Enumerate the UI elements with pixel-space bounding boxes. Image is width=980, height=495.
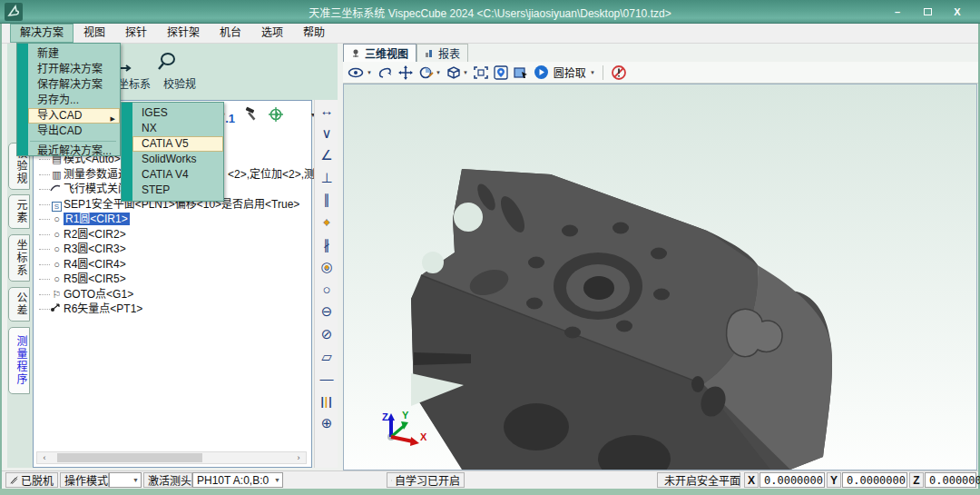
runout-icon[interactable]: ⊘ — [315, 323, 338, 346]
status-bar: 已脱机 操作模式 ▼ 激活测头 PH10T A:0,B:0▼ 自学习已开启 未开… — [2, 470, 978, 489]
true-position-icon[interactable]: ⊕ — [315, 412, 338, 435]
menuitem-recent-solutions[interactable]: 最近解决方案... — [28, 144, 120, 159]
submenuitem-catia-v5[interactable]: CATIA V5 — [132, 136, 223, 152]
circle-pick-dropdown[interactable]: 圆拾取▼ — [554, 64, 595, 80]
alignment-target-icon[interactable] — [267, 105, 289, 125]
hammer-icon[interactable] — [242, 105, 264, 125]
view-eye-icon[interactable]: ▼ — [348, 64, 372, 82]
window-border-bottom — [0, 489, 980, 495]
menuitem-save-solution[interactable]: 保存解决方案 — [28, 77, 120, 93]
tree-row-circle-r5[interactable]: ○R5圆<CIR5> — [35, 272, 309, 287]
fit-view-icon[interactable] — [473, 64, 489, 82]
viewport-3d[interactable]: Z Y X — [343, 84, 977, 470]
angle-icon[interactable]: ∠ — [315, 144, 338, 167]
scroll-right-arrow[interactable]: › — [291, 452, 306, 463]
menu-solution[interactable]: 解决方案 — [10, 24, 74, 43]
circle-icon: ○ — [50, 242, 64, 256]
tree-row-circle-r2[interactable]: ○R2圆<CIR2> — [35, 227, 309, 243]
cube-view-icon[interactable]: ▼ — [446, 64, 468, 82]
collision-off-icon[interactable] — [611, 64, 627, 82]
params-icon: ▥ — [50, 167, 64, 182]
menu-view[interactable]: 视图 — [74, 24, 115, 43]
pattern-bars-icon[interactable]: ||| — [315, 391, 338, 413]
angle-between-icon[interactable]: ∨ — [315, 123, 338, 145]
tree-row-circle-r3[interactable]: ○R3圆<CIR3> — [35, 242, 309, 257]
tab-3d-view[interactable]: 三维视图 — [343, 44, 416, 62]
close-button[interactable]: X — [945, 4, 970, 20]
tree-horizontal-scrollbar[interactable]: ‹ › — [36, 451, 307, 464]
goto-flag-icon: ⚐ — [50, 287, 64, 302]
application-window: { "window": { "title": "天准三坐标系统 VispecCu… — [0, 0, 980, 495]
view-tabs: 三维视图 报表 — [343, 44, 468, 62]
toolbar-gauge-check-button[interactable]: 校验规 — [154, 50, 205, 91]
symmetry-icon[interactable]: ⊖ — [315, 301, 338, 323]
inclination-icon[interactable]: ∦ — [315, 234, 338, 257]
offline-status: 已脱机 — [5, 472, 58, 488]
submenuitem-nx[interactable]: NX — [132, 121, 223, 136]
sidetab-elements[interactable]: 元素 — [8, 194, 30, 229]
active-probe-combobox[interactable]: PH10T A:0,B:0▼ — [192, 472, 283, 488]
straightness-icon[interactable]: — — [315, 368, 338, 391]
tree-row-circle-r4[interactable]: ○R4圆<CIR4> — [35, 257, 309, 272]
menu-probe[interactable]: 探针 — [115, 24, 157, 43]
submenuitem-step[interactable]: STEP — [132, 183, 223, 198]
menu-options[interactable]: 选项 — [251, 24, 293, 43]
menu-bar: 解决方案 视图 探针 探针架 机台 选项 帮助 — [2, 24, 978, 44]
locate-pin-icon[interactable] — [494, 64, 508, 82]
submenuitem-catia-v4[interactable]: CATIA V4 — [132, 167, 223, 183]
circle-icon: ○ — [50, 227, 64, 242]
vector-point-icon — [50, 303, 64, 312]
safety-plane-status[interactable]: 未开启安全平面 — [657, 472, 740, 488]
position-target-icon[interactable]: ⌖ — [315, 212, 338, 234]
z-coordinate-value: 0.0000000 — [925, 472, 976, 488]
menu-gutter — [17, 44, 28, 155]
orbit-icon[interactable] — [377, 64, 393, 82]
op-mode-label: 操作模式 — [60, 472, 109, 488]
roundness-icon[interactable]: ○ — [315, 279, 338, 302]
menuitem-open-solution[interactable]: 打开解决方案 — [28, 62, 120, 77]
safety-plane-icon: S — [50, 197, 64, 212]
window-border-left — [0, 24, 2, 489]
3d-view-icon — [351, 48, 361, 58]
self-learning-status[interactable]: 自学习已开启 — [387, 472, 465, 488]
tree-row-circle-r1[interactable]: ○R1圆<CIR1> — [35, 212, 309, 227]
tab-report[interactable]: 报表 — [416, 44, 468, 62]
perpendicularity-icon[interactable]: ⊥ — [315, 167, 338, 190]
submenuitem-solidworks[interactable]: SolidWorks — [132, 152, 223, 167]
viewport-toolbar: ▼ ▼ ▼ 圆拾取▼ — [343, 62, 978, 84]
svg-text:Y: Y — [402, 410, 409, 421]
scroll-left-arrow[interactable]: ‹ — [37, 452, 52, 463]
distance-icon[interactable]: ↔ — [315, 100, 338, 123]
minimize-button[interactable]: – — [885, 4, 910, 20]
sidetab-measure-program[interactable]: 测量程序 — [8, 327, 30, 394]
window-title: 天准三坐标系统 VispecCube 2024 <C:\Users\jiaosi… — [0, 5, 980, 20]
flatness-icon[interactable]: ▱ — [315, 346, 338, 369]
sidetab-tolerance[interactable]: 公差 — [8, 287, 30, 322]
concentricity-icon[interactable]: ◎ — [315, 256, 338, 279]
tree-row-vector-point[interactable]: R6矢量点<PT1> — [35, 302, 309, 317]
circle-icon: ○ — [50, 212, 64, 226]
menu-machine[interactable]: 机台 — [210, 24, 251, 43]
tolerance-toolbar: ↔ ∨ ∠ ⊥ ∥ ⌖ ∦ ◎ ○ ⊖ ⊘ ▱ — ||| ⊕ — [314, 100, 338, 468]
play-icon[interactable] — [534, 64, 549, 82]
solution-menu-dropdown: 新建 打开解决方案 保存解决方案 另存为... 导入CAD▶ 导出CAD 最近解… — [16, 43, 121, 156]
op-mode-combobox[interactable]: ▼ — [109, 472, 142, 488]
scroll-thumb[interactable] — [57, 453, 202, 462]
menu-help[interactable]: 帮助 — [293, 24, 335, 43]
svg-text:Z: Z — [382, 411, 388, 422]
menuitem-new[interactable]: 新建 — [28, 46, 120, 62]
pan-icon[interactable] — [397, 64, 414, 82]
maximize-button[interactable] — [915, 4, 940, 20]
menu-probe-rack[interactable]: 探针架 — [157, 24, 210, 43]
x-axis-label: X — [744, 472, 759, 488]
menuitem-export-cad[interactable]: 导出CAD — [28, 124, 120, 139]
x-coordinate-value: 0.0000000 — [760, 472, 825, 488]
parallelism-icon[interactable]: ∥ — [315, 189, 338, 212]
submenuitem-iges[interactable]: IGES — [132, 105, 223, 121]
menuitem-import-cad[interactable]: 导入CAD▶ — [28, 108, 120, 124]
sidetab-coordinate-system[interactable]: 坐标系 — [8, 234, 30, 282]
render-style-icon[interactable]: ▼ — [418, 64, 441, 82]
tree-row-goto[interactable]: ⚐GOTO点<G1> — [35, 287, 309, 302]
menuitem-save-as[interactable]: 另存为... — [28, 93, 120, 108]
select-box-icon[interactable] — [513, 64, 529, 82]
